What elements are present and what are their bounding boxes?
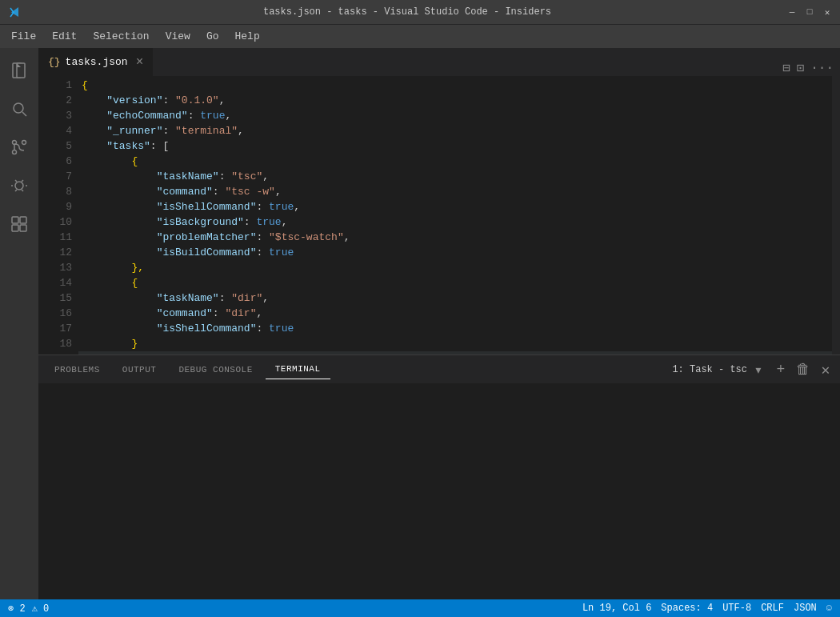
line-number: 14 <box>45 275 72 290</box>
activity-search-icon[interactable] <box>0 90 38 128</box>
menu-item-go[interactable]: Go <box>198 27 227 46</box>
status-errors[interactable]: ⊗ 2 <box>8 603 26 615</box>
line-number: 4 <box>45 123 72 138</box>
line-number: 7 <box>45 169 72 184</box>
menu-item-selection[interactable]: Selection <box>85 27 157 46</box>
line-number: 8 <box>45 184 72 199</box>
code-line: "taskName": "dir", <box>78 290 832 306</box>
editor-area: {} tasks.json × ⊟ ⊡ ··· 1234567891011121… <box>38 48 840 599</box>
status-position[interactable]: Ln 19, Col 6 <box>582 603 651 614</box>
svg-point-2 <box>14 103 23 113</box>
code-line: "taskName": "tsc", <box>78 169 832 184</box>
tab-actions: ⊟ ⊡ ··· <box>782 60 840 76</box>
main-container: {} tasks.json × ⊟ ⊡ ··· 1234567891011121… <box>0 48 840 599</box>
svg-rect-9 <box>20 217 26 223</box>
close-panel-icon[interactable]: ✕ <box>818 361 834 379</box>
code-line: "echoCommand": true, <box>78 108 832 123</box>
line-number: 6 <box>45 154 72 169</box>
status-warnings[interactable]: ⚠ 0 <box>32 603 50 615</box>
code-line: "isBackground": true, <box>78 214 832 230</box>
app-icon <box>8 6 21 18</box>
tab-terminal[interactable]: TERMINAL <box>266 359 330 379</box>
activity-bar <box>0 48 38 599</box>
activity-debug-icon[interactable] <box>0 166 38 205</box>
status-encoding[interactable]: UTF-8 <box>722 603 751 614</box>
close-button[interactable]: ✕ <box>822 7 832 18</box>
code-line: { <box>78 154 832 169</box>
line-number: 16 <box>45 306 72 321</box>
line-number: 18 <box>45 336 72 351</box>
scrollbar[interactable] <box>832 76 840 355</box>
code-line: "_runner": "terminal", <box>78 123 832 138</box>
code-line: } <box>78 336 832 351</box>
tab-debug-console[interactable]: DEBUG CONSOLE <box>169 360 262 379</box>
line-number: 12 <box>45 245 72 260</box>
line-number: 3 <box>45 108 72 123</box>
terminal-dropdown-icon[interactable]: ▾ <box>750 361 766 379</box>
code-line: }, <box>78 260 832 275</box>
tab-close-button[interactable]: × <box>136 55 144 70</box>
status-language[interactable]: JSON <box>794 603 817 614</box>
new-terminal-icon[interactable]: + <box>773 362 789 378</box>
activity-source-control-icon[interactable] <box>0 128 38 166</box>
window-controls: — □ ✕ <box>787 7 832 18</box>
code-line: { <box>78 78 832 93</box>
status-smiley[interactable]: ☺ <box>826 603 832 614</box>
line-number: 19 <box>45 351 72 355</box>
tab-label: tasks.json <box>66 56 128 68</box>
kill-terminal-icon[interactable]: 🗑 <box>795 361 811 378</box>
code-line: "isBuildCommand": true <box>78 245 832 260</box>
code-line: "command": "dir", <box>78 306 832 321</box>
code-area[interactable]: { "version": "0.1.0", "echoCommand": tru… <box>78 76 832 355</box>
editor-content[interactable]: 1234567891011121314151617181920 { "versi… <box>38 76 840 355</box>
menu-item-file[interactable]: File <box>3 27 44 46</box>
code-line: "version": "0.1.0", <box>78 93 832 108</box>
svg-point-4 <box>13 150 17 154</box>
status-spaces[interactable]: Spaces: 4 <box>661 603 713 614</box>
tab-problems[interactable]: PROBLEMS <box>45 360 110 379</box>
svg-line-3 <box>22 112 26 116</box>
menubar: FileEditSelectionViewGoHelp <box>0 24 840 48</box>
terminal-label: 1: Task - tsc <box>672 364 747 375</box>
code-line: "command": "tsc -w", <box>78 184 832 199</box>
tab-output[interactable]: OUTPUT <box>113 360 166 379</box>
line-number: 9 <box>45 199 72 214</box>
status-bar: ⊗ 2 ⚠ 0 Ln 19, Col 6 Spaces: 4 UTF-8 CRL… <box>0 599 840 617</box>
svg-rect-11 <box>20 225 26 231</box>
line-number: 10 <box>45 214 72 230</box>
svg-rect-8 <box>12 217 18 223</box>
activity-extensions-icon[interactable] <box>0 205 38 243</box>
line-number: 2 <box>45 93 72 108</box>
status-bar-right: Ln 19, Col 6 Spaces: 4 UTF-8 CRLF JSON ☺ <box>582 603 832 614</box>
svg-point-5 <box>22 141 26 145</box>
panel-tabs: PROBLEMS OUTPUT DEBUG CONSOLE TERMINAL 1… <box>38 355 840 383</box>
code-line: { <box>78 275 832 290</box>
code-line: "tasks": [ <box>78 138 832 154</box>
tab-tasks-json[interactable]: {} tasks.json × <box>38 48 154 76</box>
status-line-ending[interactable]: CRLF <box>761 603 784 614</box>
terminal-content[interactable] <box>38 383 840 599</box>
titlebar: tasks.json - tasks - Visual Studio Code … <box>0 0 840 24</box>
menu-item-help[interactable]: Help <box>226 27 267 46</box>
more-actions-icon[interactable]: ··· <box>810 61 834 75</box>
svg-rect-10 <box>12 225 18 231</box>
menu-item-view[interactable]: View <box>158 27 198 46</box>
svg-point-7 <box>15 182 23 190</box>
status-bar-left: ⊗ 2 ⚠ 0 <box>8 603 49 615</box>
minimize-button[interactable]: — <box>787 7 797 17</box>
tab-bar: {} tasks.json × ⊟ ⊡ ··· <box>38 48 840 76</box>
line-number: 13 <box>45 260 72 275</box>
activity-files-icon[interactable] <box>0 51 38 90</box>
line-number: 1 <box>45 78 72 93</box>
code-line: ] <box>78 351 832 355</box>
line-number: 15 <box>45 290 72 306</box>
code-line: "problemMatcher": "$tsc-watch", <box>78 230 832 245</box>
split-editor-icon[interactable]: ⊟ <box>782 60 790 76</box>
line-number: 5 <box>45 138 72 154</box>
menu-item-edit[interactable]: Edit <box>44 27 85 46</box>
toggle-layout-icon[interactable]: ⊡ <box>797 60 805 76</box>
terminal-select[interactable]: 1: Task - tsc ▾ <box>672 361 766 379</box>
maximize-button[interactable]: □ <box>805 7 814 17</box>
panel-actions: 1: Task - tsc ▾ + 🗑 ✕ <box>672 361 834 379</box>
code-line: "isShellCommand": true <box>78 321 832 336</box>
